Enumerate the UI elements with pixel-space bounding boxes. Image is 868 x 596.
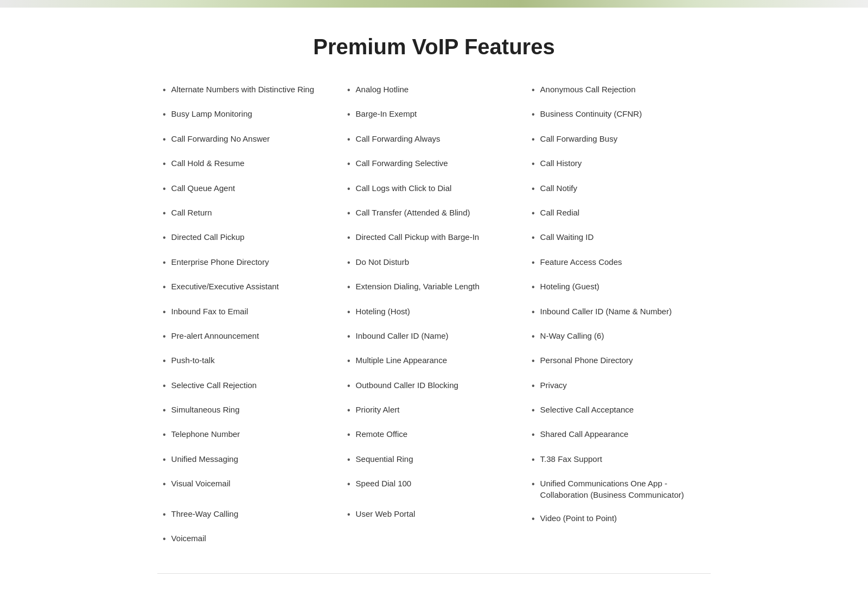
bullet-icon: •	[347, 109, 350, 121]
feature-label: Call History	[540, 157, 582, 169]
bullet-icon: •	[347, 257, 350, 269]
bullet-icon: •	[163, 207, 166, 219]
bullet-icon: •	[163, 380, 166, 392]
bullet-icon: •	[532, 158, 535, 170]
list-item: •Personal Phone Directory	[532, 354, 705, 367]
list-item: •Telephone Number	[163, 428, 336, 441]
bullet-icon: •	[347, 454, 350, 466]
feature-label: Selective Call Acceptance	[540, 404, 634, 415]
bullet-icon: •	[347, 232, 350, 244]
list-item: •Push-to-talk	[163, 354, 336, 367]
list-item: •Call Forwarding Busy	[532, 133, 705, 145]
feature-label: Call Redial	[540, 207, 580, 218]
feature-label: Call Waiting ID	[540, 231, 594, 243]
list-item: •Call Logs with Click to Dial	[347, 182, 521, 195]
list-item: •Call Forwarding Always	[347, 133, 521, 145]
bullet-icon: •	[347, 509, 350, 521]
feature-label: Barge-In Exempt	[356, 108, 417, 119]
list-item: •Unified Messaging	[163, 453, 336, 466]
feature-label: Multiple Line Appearance	[356, 354, 447, 366]
bullet-icon: •	[163, 183, 166, 195]
feature-label: Visual Voicemail	[171, 478, 231, 489]
list-item: •Selective Call Acceptance	[532, 404, 705, 416]
feature-label: Call Notify	[540, 182, 577, 194]
list-item: •Hoteling (Guest)	[532, 281, 705, 293]
feature-label: Inbound Caller ID (Name & Number)	[540, 306, 672, 317]
feature-label: Hoteling (Guest)	[540, 281, 599, 292]
bullet-icon: •	[163, 533, 166, 545]
features-column-3: •Anonymous Call Rejection•Business Conti…	[526, 84, 711, 537]
feature-label: Analog Hotline	[356, 84, 409, 95]
feature-label: Inbound Caller ID (Name)	[356, 330, 449, 341]
list-item: •N-Way Calling (6)	[532, 330, 705, 343]
list-item: •Outbound Caller ID Blocking	[347, 379, 521, 392]
list-item: •Call Queue Agent	[163, 182, 336, 195]
list-item: •Call Notify	[532, 182, 705, 195]
bullet-icon: •	[163, 429, 166, 441]
feature-label: Speed Dial 100	[356, 478, 412, 489]
bullet-icon: •	[532, 109, 535, 121]
feature-label: Extension Dialing, Variable Length	[356, 281, 480, 292]
feature-label: Business Continuity (CFNR)	[540, 108, 642, 119]
bullet-icon: •	[532, 281, 535, 293]
list-item: •User Web Portal	[347, 508, 521, 521]
features-column-2: •Analog Hotline•Barge-In Exempt•Call For…	[342, 84, 526, 532]
feature-label: Feature Access Codes	[540, 256, 622, 268]
bullet-icon: •	[532, 183, 535, 195]
bullet-icon: •	[163, 109, 166, 121]
list-item: •Analog Hotline	[347, 84, 521, 96]
list-item: •Video (Point to Point)	[532, 512, 705, 525]
feature-label: Priority Alert	[356, 404, 400, 415]
bullet-icon: •	[347, 478, 350, 490]
feature-label: Directed Call Pickup	[171, 231, 245, 243]
list-item: •Inbound Caller ID (Name & Number)	[532, 306, 705, 318]
list-item: •Visual Voicemail	[163, 478, 336, 490]
feature-label: N-Way Calling (6)	[540, 330, 604, 341]
feature-label: Call Hold & Resume	[171, 157, 245, 169]
feature-label: Voicemail	[171, 532, 206, 544]
list-item: •Enterprise Phone Directory	[163, 256, 336, 269]
feature-label: Unified Communications One App - Collabo…	[540, 478, 705, 500]
bullet-icon: •	[163, 478, 166, 490]
feature-label: Personal Phone Directory	[540, 354, 633, 366]
bullet-icon: •	[163, 331, 166, 343]
bullet-icon: •	[532, 380, 535, 392]
bullet-icon: •	[532, 513, 535, 525]
bullet-icon: •	[532, 331, 535, 343]
bullet-icon: •	[347, 134, 350, 145]
feature-label: Executive/Executive Assistant	[171, 281, 279, 292]
bullet-icon: •	[532, 404, 535, 416]
feature-label: Selective Call Rejection	[171, 379, 257, 391]
bullet-icon: •	[347, 331, 350, 343]
bullet-icon: •	[163, 158, 166, 170]
list-item: •Remote Office	[347, 428, 521, 441]
list-item: •Pre-alert Announcement	[163, 330, 336, 343]
feature-label: Call Return	[171, 207, 212, 218]
feature-label: Remote Office	[356, 428, 408, 440]
bullet-icon: •	[347, 306, 350, 318]
bullet-icon: •	[532, 134, 535, 145]
bullet-icon: •	[347, 158, 350, 170]
list-item: •Barge-In Exempt	[347, 108, 521, 121]
list-item: •Selective Call Rejection	[163, 379, 336, 392]
list-item: •Busy Lamp Monitoring	[163, 108, 336, 121]
bullet-icon: •	[163, 306, 166, 318]
list-item: •Shared Call Appearance	[532, 428, 705, 441]
bullet-icon: •	[347, 207, 350, 219]
feature-label: Push-to-talk	[171, 354, 215, 366]
feature-label: Call Forwarding Busy	[540, 133, 618, 144]
feature-label: Busy Lamp Monitoring	[171, 108, 252, 119]
list-item: •Business Continuity (CFNR)	[532, 108, 705, 121]
bullet-icon: •	[532, 257, 535, 269]
bullet-icon: •	[163, 84, 166, 96]
list-item: •Call History	[532, 157, 705, 170]
feature-label: Do Not Disturb	[356, 256, 409, 268]
list-item: •Directed Call Pickup with Barge-In	[347, 231, 521, 244]
feature-label: Simultaneous Ring	[171, 404, 240, 415]
bullet-icon: •	[347, 404, 350, 416]
list-item: •Inbound Fax to Email	[163, 306, 336, 318]
list-item: •Do Not Disturb	[347, 256, 521, 269]
list-item: •Priority Alert	[347, 404, 521, 416]
feature-label: Three-Way Calling	[171, 508, 239, 519]
list-item: •Alternate Numbers with Distinctive Ring	[163, 84, 336, 96]
